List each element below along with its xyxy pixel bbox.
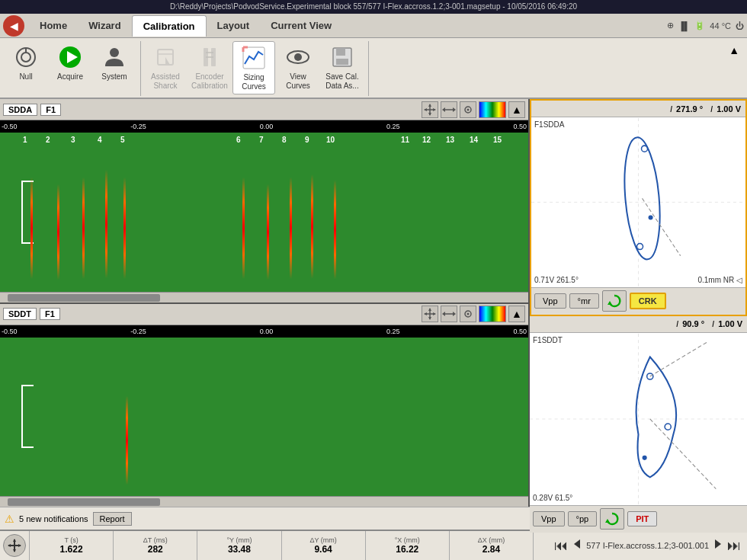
svg-point-47 xyxy=(649,215,653,219)
right-top-bottom-left: 0.71V 261.5° xyxy=(534,276,579,284)
top-scan-scrollbar[interactable] xyxy=(0,292,528,302)
right-bottom-vpp-button[interactable]: Vpp xyxy=(533,511,565,526)
top-scan-up-button[interactable]: ▲ xyxy=(508,101,525,118)
bottom-scan-move-icon[interactable] xyxy=(422,306,438,322)
right-top-action-button[interactable]: CRK xyxy=(630,293,666,309)
nav-current-view[interactable]: Current View xyxy=(260,15,342,37)
acquire-button[interactable]: Acquire xyxy=(49,41,91,84)
svg-marker-65 xyxy=(715,539,721,549)
data-nav: ⏮ 577 I-Flex.accross.1.2;3-001.001 ⏭ xyxy=(534,531,747,560)
right-top-voltage-value: 1.00 V xyxy=(717,104,741,114)
sizing-curves-button[interactable]: Sizing Curves xyxy=(232,41,275,94)
nav-next-button[interactable] xyxy=(712,538,724,554)
svg-marker-60 xyxy=(13,539,16,542)
nav-home[interactable]: Home xyxy=(29,15,78,37)
right-bottom-refresh-button[interactable] xyxy=(600,508,624,530)
right-top-section: I 271.9 ° I 1.00 V F1SDDA xyxy=(530,99,747,316)
nav-first-button[interactable]: ⏮ xyxy=(554,538,568,554)
view-curves-label: View Curves xyxy=(278,72,318,91)
top-scan-panel: SDDA F1 xyxy=(0,99,528,304)
nav-calibration[interactable]: Calibration xyxy=(132,15,207,37)
dt-cell: ΔT (ms) 282 xyxy=(114,531,197,560)
right-bottom-chart[interactable]: F1SDDT 0.28V 61.5° xyxy=(530,333,747,505)
signal-icon: ▐▌ xyxy=(678,21,691,30)
nav-last-button[interactable]: ⏭ xyxy=(727,538,741,554)
nav-wizard[interactable]: Wizard xyxy=(78,15,132,37)
ox-cell: °X (mm) 16.22 xyxy=(366,531,450,560)
system-button[interactable]: System xyxy=(93,41,136,84)
right-top-angle-value: 271.9 ° xyxy=(676,104,703,114)
bottom-scale-numbers: -0.50 -0.25 0.00 0.25 0.50 xyxy=(0,328,528,335)
top-scan-move-icon[interactable] xyxy=(422,101,438,118)
back-button[interactable]: ◀ xyxy=(3,15,24,37)
top-scan-zoom-icon[interactable] xyxy=(441,101,457,118)
encoder-calibration-label: Encoder Calibration xyxy=(190,72,229,91)
view-curves-button[interactable]: View Curves xyxy=(277,41,319,93)
top-scan-settings-icon[interactable] xyxy=(460,101,476,118)
acquire-icon xyxy=(56,43,84,71)
bottom-scan-panel: SDDT F1 xyxy=(0,304,528,507)
right-bottom-bottom-left: 0.28V 61.5° xyxy=(533,494,572,502)
top-scroll-thumb[interactable] xyxy=(8,294,160,302)
bottom-scan-label1: SDDT xyxy=(3,308,37,320)
svg-marker-24 xyxy=(424,108,427,111)
top-scale-numbers: -0.50 -0.25 0.00 0.25 0.50 xyxy=(0,123,528,130)
svg-point-53 xyxy=(665,424,671,430)
right-top-chart-svg xyxy=(531,117,745,287)
right-top-mr-button[interactable]: °mr xyxy=(569,293,599,309)
dt-value: 282 xyxy=(148,544,163,555)
sec-num-6: 6 xyxy=(236,136,241,144)
svg-marker-33 xyxy=(428,308,431,311)
t-header: T (s) xyxy=(64,536,78,544)
svg-point-45 xyxy=(642,146,648,152)
scan-area: SDDA F1 xyxy=(0,99,530,507)
bottom-scan-image[interactable] xyxy=(0,338,528,497)
svg-rect-19 xyxy=(336,59,348,65)
toolbar-collapse-button[interactable]: ▲ xyxy=(729,44,739,56)
sizing-curves-icon xyxy=(240,44,268,72)
right-top-chart-label: F1SDDA xyxy=(534,120,564,129)
right-top-values: I 271.9 ° I 1.00 V xyxy=(670,104,741,114)
power-icon: ⏻ xyxy=(736,21,744,30)
nav-prev-button[interactable] xyxy=(571,538,583,554)
save-cal-button[interactable]: Save Cal. Data As... xyxy=(321,41,364,93)
position-button[interactable] xyxy=(3,534,26,557)
right-top-angle: I 271.9 ° xyxy=(670,104,703,114)
encoder-calibration-button[interactable]: Encoder Calibration xyxy=(188,41,231,93)
top-scan-image[interactable]: 1 2 3 4 5 6 7 8 9 10 11 12 13 14 15 xyxy=(0,133,528,292)
nav-file-label: 577 I-Flex.accross.1.2;3-001.001 xyxy=(586,541,709,550)
bottom-scan-icons: ▲ xyxy=(422,306,525,322)
b-flaw-5 xyxy=(126,385,128,496)
nav-layout[interactable]: Layout xyxy=(207,15,261,37)
svg-marker-22 xyxy=(428,104,431,107)
report-button[interactable]: Report xyxy=(93,512,132,526)
top-scan-label2: F1 xyxy=(40,104,61,116)
svg-marker-34 xyxy=(428,317,431,320)
t-cell: T (s) 1.622 xyxy=(30,531,114,560)
right-top-vpp-button[interactable]: Vpp xyxy=(534,293,566,309)
flaw-3 xyxy=(82,165,85,292)
system-label: System xyxy=(101,72,127,82)
sizing-curves-label: Sizing Curves xyxy=(235,73,273,91)
sec-num-9: 9 xyxy=(305,136,309,144)
battery-icon: 🔋 xyxy=(694,21,705,30)
bottom-scan-label2: F1 xyxy=(40,308,60,320)
bottom-scan-up-button[interactable]: ▲ xyxy=(508,306,525,322)
toolbar-group-2: Assisted Sharck Encoder Calibration xyxy=(144,41,369,96)
save-cal-label: Save Cal. Data As... xyxy=(322,72,362,91)
nav-status-area: ⊕ ▐▌ 🔋 44 °C ⏻ xyxy=(667,21,744,30)
top-scan-colorbar[interactable] xyxy=(479,101,506,118)
right-bottom-action-button[interactable]: PIT xyxy=(627,511,657,526)
ox-header: °X (mm) xyxy=(395,536,420,544)
bottom-scan-scrollbar[interactable] xyxy=(0,496,528,507)
bottom-scroll-thumb[interactable] xyxy=(8,498,160,506)
right-top-chart[interactable]: F1SDDA 0.71V 261.5° 0.1mm NR ◁ xyxy=(531,117,745,287)
null-button[interactable]: Null xyxy=(5,41,47,84)
assisted-sharck-button[interactable]: Assisted Sharck xyxy=(144,41,187,93)
right-top-refresh-button[interactable] xyxy=(602,290,627,312)
bottom-scan-zoom-icon[interactable] xyxy=(441,306,457,322)
bottom-bracket-marker xyxy=(21,385,34,448)
right-bottom-pp-button[interactable]: °pp xyxy=(568,511,598,526)
bottom-scan-colorbar[interactable] xyxy=(479,306,506,322)
bottom-scan-settings-icon[interactable] xyxy=(460,306,476,322)
